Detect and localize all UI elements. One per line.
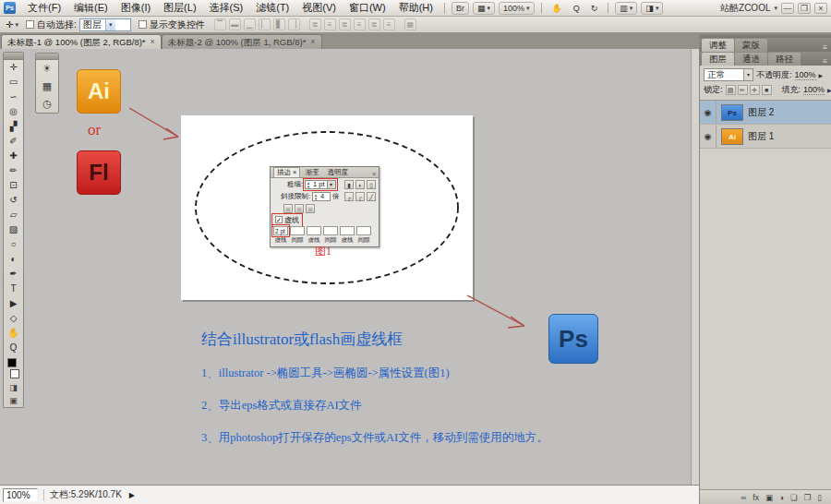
join-miter-icon[interactable]: ┌ [344, 192, 354, 201]
spot-healing-brush-tool[interactable]: ✚ [4, 149, 23, 163]
photo-icon[interactable]: ▦ [36, 78, 58, 95]
new-layer-icon[interactable]: ❐ [804, 493, 812, 502]
dash-field-1[interactable]: 2 pt [273, 226, 288, 235]
layer-name[interactable]: 图层 1 [748, 130, 774, 143]
align-left-icon[interactable]: ▏ [259, 18, 271, 30]
fill-value[interactable]: 100% [803, 85, 825, 95]
quick-mask-icon[interactable]: ◨ [4, 381, 23, 394]
foreground-color-swatch[interactable] [7, 358, 17, 367]
layer-row-2[interactable]: ◉ Ps 图层 2 [700, 101, 831, 125]
type-tool[interactable]: T [4, 282, 23, 296]
stroke-align-outside-icon[interactable]: ▣ [306, 204, 315, 213]
brush-tool[interactable]: ✏ [4, 163, 23, 178]
panel-tab[interactable]: 蒙版 [735, 39, 767, 52]
hand-tool[interactable]: ✋ [4, 326, 23, 341]
clock-icon[interactable]: ◷ [36, 95, 58, 113]
menu-item[interactable]: 编辑(E) [67, 0, 114, 16]
gap-field-1[interactable] [290, 226, 305, 235]
canvas-vertical-scrollbar[interactable] [691, 49, 699, 485]
opacity-value[interactable]: 100% [795, 70, 816, 80]
rotate-view-icon[interactable]: ↻ [587, 3, 602, 14]
document-tab-1[interactable]: 未标题-1 @ 100% (图层 2, RGB/8)* × [1, 34, 162, 49]
lock-position-icon[interactable]: ✛ [750, 85, 760, 95]
menu-item[interactable]: 帮助(H) [392, 0, 440, 16]
adjust-light-icon[interactable]: ☀ [36, 60, 58, 78]
eraser-tool[interactable]: ▱ [4, 208, 23, 222]
panel-tab[interactable]: 图层 [702, 53, 734, 66]
mini-panel-grip[interactable] [36, 54, 58, 60]
visibility-eye-icon[interactable]: ◉ [700, 101, 717, 124]
panel-menu-icon[interactable]: ≡ [823, 43, 831, 52]
menu-item[interactable]: 滤镜(T) [249, 0, 295, 16]
screen-mode-toggle-icon[interactable]: ▣ [4, 394, 23, 407]
auto-select-dropdown[interactable]: 图层 ▾ [79, 18, 131, 31]
cap-round-icon[interactable]: ◗ [355, 180, 365, 189]
move-tool[interactable]: ✛ [4, 60, 23, 75]
menu-item[interactable]: 窗口(W) [343, 0, 392, 16]
dodge-tool[interactable]: ◐ [4, 252, 23, 267]
quick-selection-tool[interactable]: ◎ [4, 104, 23, 119]
distribute-top-icon[interactable]: ≣ [309, 18, 321, 30]
tab-close-icon[interactable]: × [293, 168, 296, 177]
rectangular-marquee-tool[interactable]: ▭ [4, 75, 23, 90]
tab-stroke[interactable]: 描边 × [273, 167, 300, 177]
zoom-tool-icon[interactable]: Q [570, 3, 584, 14]
screen-mode-button[interactable]: ◨▾ [641, 2, 663, 15]
distribute-horizontal-center-icon[interactable]: ≣ [368, 18, 380, 30]
document-tab-2[interactable]: 未标题-2 @ 100% (图层 1, RGB/8)* × [162, 34, 322, 49]
dash-field-2[interactable] [307, 226, 321, 235]
launch-bridge-button[interactable]: Br [452, 2, 469, 15]
align-top-icon[interactable]: ▔ [214, 18, 226, 30]
arrange-documents-button[interactable]: ▥▾ [615, 2, 637, 15]
flyout-icon[interactable]: ▶ [827, 87, 831, 93]
layer-thumbnail[interactable]: Ps [721, 104, 743, 121]
minimize-button[interactable]: — [781, 3, 794, 14]
tab-close-icon[interactable]: × [310, 35, 315, 49]
tab-close-icon[interactable]: × [151, 35, 155, 49]
panel-menu-icon[interactable]: ≡ [823, 57, 831, 66]
gap-field-2[interactable] [323, 226, 338, 235]
align-bottom-icon[interactable]: ▁ [244, 18, 256, 30]
background-color-swatch[interactable] [10, 369, 19, 378]
layer-row-1[interactable]: ◉ Ai 图层 1 [700, 125, 831, 149]
lasso-tool[interactable]: ∽ [4, 90, 23, 104]
add-layer-mask-icon[interactable]: ▣ [765, 493, 773, 502]
blur-tool[interactable]: ○ [4, 237, 23, 252]
weight-field[interactable]: ▴▾ 1 pt ▾ [305, 180, 336, 189]
distribute-right-icon[interactable]: ≡ [383, 18, 395, 30]
eyedropper-tool[interactable]: ✐ [4, 134, 23, 149]
adjustment-layer-icon[interactable]: ◑ [779, 493, 784, 502]
menu-item[interactable]: 选择(S) [203, 0, 250, 16]
delete-layer-icon[interactable]: ▯ [817, 493, 822, 502]
layer-style-icon[interactable]: fx [753, 493, 759, 502]
checkbox-checked-icon[interactable]: ✓ [275, 216, 283, 223]
shape-tool[interactable]: ◇ [4, 311, 23, 326]
link-layers-icon[interactable]: ∞ [741, 493, 746, 502]
gap-field-3[interactable] [356, 226, 371, 235]
restore-button[interactable]: ❐ [798, 3, 811, 14]
distribute-bottom-icon[interactable]: ≣ [339, 18, 351, 30]
miter-limit-field[interactable]: ▴▾ 4 [312, 192, 331, 201]
tab-gradient[interactable]: 渐变 [301, 167, 322, 177]
cap-butt-icon[interactable]: ▮ [344, 180, 354, 189]
lock-transparency-icon[interactable]: ▨ [726, 85, 736, 95]
clone-stamp-tool[interactable]: ⊡ [4, 178, 23, 193]
close-button[interactable]: × [814, 3, 827, 14]
lock-image-icon[interactable]: ✏ [738, 85, 748, 95]
color-swatches[interactable] [6, 357, 20, 379]
distribute-left-icon[interactable]: ≡ [354, 18, 366, 30]
panel-tab[interactable]: 通道 [735, 53, 767, 66]
panel-tab[interactable]: 路径 [768, 53, 801, 66]
status-zoom-field[interactable]: 100% [3, 488, 38, 502]
workspace-switcher[interactable]: 站酷ZCOOL [720, 2, 770, 15]
distribute-vertical-center-icon[interactable]: ≡ [324, 18, 336, 30]
toolbox-grip[interactable] [4, 53, 23, 60]
pen-tool[interactable]: ✒ [4, 267, 23, 282]
layer-thumbnail[interactable]: Ai [721, 128, 743, 145]
zoom-tool[interactable]: Q [4, 341, 23, 355]
align-vertical-center-icon[interactable]: ▬ [229, 18, 241, 30]
zoom-level-button[interactable]: 100%▾ [499, 2, 535, 15]
status-flyout-icon[interactable]: ▶ [129, 491, 135, 499]
align-horizontal-center-icon[interactable]: ▋ [273, 18, 285, 30]
show-transform-checkbox[interactable] [138, 20, 147, 29]
